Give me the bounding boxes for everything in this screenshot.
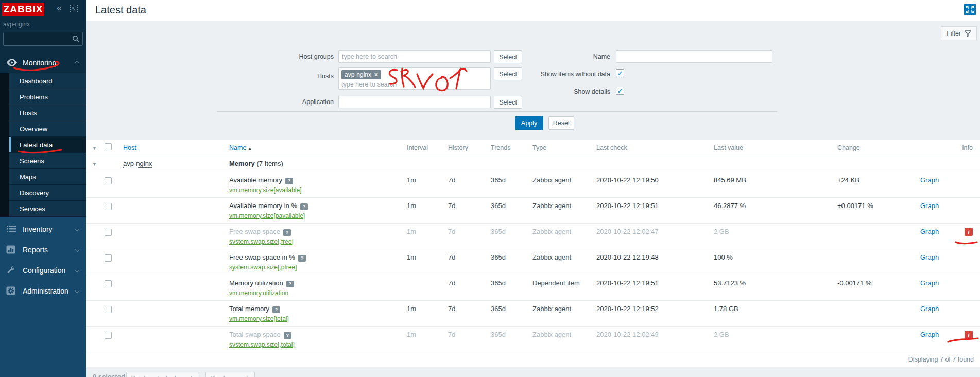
sidebar-section-inventory[interactable]: Inventory <box>0 219 86 239</box>
help-icon[interactable]: ? <box>286 281 294 287</box>
help-icon[interactable]: ? <box>272 306 280 313</box>
sidebar-item-services[interactable]: Services <box>9 201 86 217</box>
error-info-icon[interactable]: i <box>965 228 973 236</box>
sidebar-item-dashboard[interactable]: Dashboard <box>9 73 86 89</box>
item-name-cell: Total memory?vm.memory.size[total] <box>225 300 403 326</box>
trends-cell: 365d <box>487 172 528 197</box>
row-checkbox[interactable] <box>105 332 112 339</box>
row-checkbox[interactable] <box>105 177 112 184</box>
apply-button[interactable]: Apply <box>515 116 543 130</box>
name-column-header[interactable]: Name▲ <box>225 140 403 156</box>
item-key-link[interactable]: system.swap.size[,pfree] <box>229 264 297 271</box>
interval-cell: 1m <box>403 197 444 223</box>
help-icon[interactable]: ? <box>300 203 308 210</box>
item-name: Memory utilization <box>229 279 283 287</box>
sidebar-item-overview[interactable]: Overview <box>9 121 86 137</box>
filter-tab[interactable]: Filter <box>941 26 977 40</box>
reset-button[interactable]: Reset <box>548 116 574 130</box>
sidebar-item-hosts[interactable]: Hosts <box>9 105 86 121</box>
sidebar-section-configuration[interactable]: Configuration <box>0 260 86 281</box>
show-items-checkbox[interactable] <box>616 69 624 77</box>
graph-link[interactable]: Graph <box>920 202 939 210</box>
change-column-header: Change <box>833 140 916 156</box>
sidebar-section-monitoring[interactable]: Monitoring <box>0 55 86 71</box>
content-area: Filter Host groups Select Hosts avp-ngin… <box>86 21 980 377</box>
info-cell <box>952 275 980 300</box>
host-chip-label: avp-nginx <box>345 71 371 78</box>
trends-cell: 365d <box>487 197 528 223</box>
search-input[interactable] <box>6 33 71 45</box>
row-checkbox[interactable] <box>105 254 112 262</box>
item-key-link[interactable]: system.swap.size[,free] <box>229 238 294 245</box>
history-cell: 7d <box>444 223 487 249</box>
item-key-link[interactable]: vm.memory.utilization <box>229 289 288 297</box>
sidebar-item-maps[interactable]: Maps <box>9 169 86 185</box>
graph-link[interactable]: Graph <box>920 279 939 287</box>
collapse-sidebar-icon[interactable]: « <box>57 2 62 13</box>
hosts-label: Hosts <box>231 73 334 80</box>
zabbix-logo[interactable]: ZABBIX <box>2 3 44 16</box>
sidebar-search[interactable] <box>3 32 83 46</box>
item-key-link[interactable]: system.swap.size[,total] <box>229 341 295 348</box>
host-link[interactable]: avp-nginx <box>123 160 152 168</box>
graph-link[interactable]: Graph <box>920 331 939 338</box>
checkbox-cell <box>100 326 119 352</box>
info-cell <box>952 197 980 223</box>
sidebar-item-latest-data[interactable]: Latest data <box>9 137 86 153</box>
host-groups-input[interactable] <box>338 50 491 63</box>
application-input[interactable] <box>338 96 491 108</box>
display-stacked-graph-button[interactable]: Display stacked graph <box>126 372 199 377</box>
chip-remove-icon[interactable]: × <box>374 71 378 78</box>
item-name-line: Total memory? <box>229 305 403 313</box>
title-bar: Latest data <box>86 0 980 21</box>
application-select-button[interactable]: Select <box>494 96 522 109</box>
graph-link[interactable]: Graph <box>920 305 939 313</box>
sidebar-item-screens[interactable]: Screens <box>9 153 86 169</box>
help-icon[interactable]: ? <box>285 178 293 184</box>
last-check-cell: 2020-10-22 12:19:48 <box>592 249 710 275</box>
row-checkbox[interactable] <box>105 229 112 236</box>
collapse-all-icon[interactable]: ▼ <box>92 146 97 151</box>
item-name-line: Memory utilization? <box>229 279 403 287</box>
row-checkbox[interactable] <box>105 280 112 287</box>
group-row: ▼ avp-nginx Memory (7 Items) <box>86 156 980 172</box>
error-info-icon[interactable]: i <box>965 331 973 339</box>
graph-link[interactable]: Graph <box>920 228 939 235</box>
help-icon[interactable]: ? <box>284 332 291 339</box>
sidebar-section-reports[interactable]: Reports <box>0 239 86 260</box>
sidebar-item-discovery[interactable]: Discovery <box>9 185 86 201</box>
sidebar-section-label: Reports <box>23 246 76 254</box>
page-title: Latest data <box>95 4 146 16</box>
sidebar-item-problems[interactable]: Problems <box>9 89 86 105</box>
row-checkbox[interactable] <box>105 306 112 313</box>
help-icon[interactable]: ? <box>298 255 306 262</box>
interval-cell: 1m <box>403 326 444 352</box>
item-name-cell: Available memory in %?vm.memory.size[pav… <box>225 197 403 223</box>
graph-link[interactable]: Graph <box>920 176 939 184</box>
table-row: Free swap space in %?system.swap.size[,p… <box>86 249 980 275</box>
collapse-group-icon[interactable]: ▼ <box>92 162 97 167</box>
expand-cell <box>86 275 100 300</box>
sidebar-section-administration[interactable]: Administration <box>0 281 86 301</box>
change-cell: -0.00171 % <box>833 275 916 300</box>
item-name-line: Free swap space in %? <box>229 253 403 262</box>
help-icon[interactable]: ? <box>283 229 291 236</box>
item-name: Available memory <box>229 176 282 184</box>
select-all-checkbox[interactable] <box>105 143 112 150</box>
fullscreen-button[interactable] <box>964 4 976 15</box>
row-checkbox[interactable] <box>105 203 112 210</box>
item-key-link[interactable]: vm.memory.size[available] <box>229 186 301 194</box>
expand-cell <box>86 300 100 326</box>
name-input[interactable] <box>616 50 772 63</box>
display-graph-button[interactable]: Display graph <box>205 372 255 377</box>
host-column-header[interactable]: Host <box>119 140 225 156</box>
item-key-link[interactable]: vm.memory.size[total] <box>229 315 289 322</box>
hosts-multiselect[interactable]: avp-nginx × type here to search <box>338 67 491 90</box>
hide-sidebar-icon[interactable]: ↖ <box>70 5 78 12</box>
show-details-checkbox[interactable] <box>616 87 624 95</box>
trends-column-header: Trends <box>487 140 528 156</box>
item-key-link[interactable]: vm.memory.size[pavailable] <box>229 212 305 219</box>
eye-icon <box>6 58 19 67</box>
selected-count: 0 selected <box>93 373 125 377</box>
graph-link[interactable]: Graph <box>920 253 939 261</box>
